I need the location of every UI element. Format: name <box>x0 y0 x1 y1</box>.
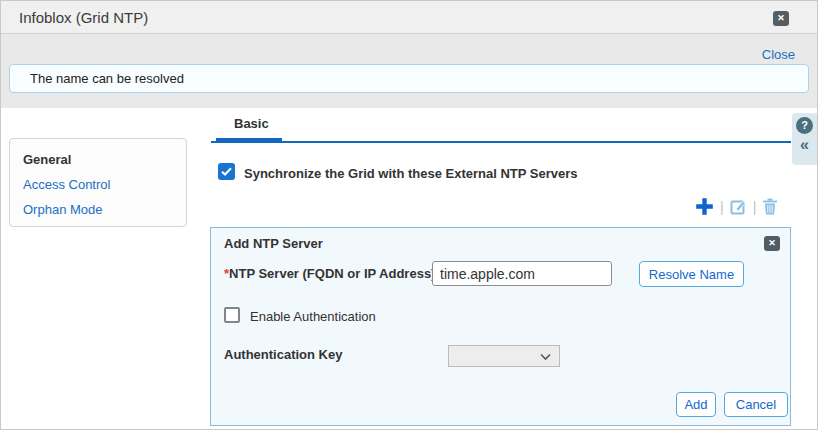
edit-ntp-server-icon[interactable] <box>730 198 747 215</box>
resolve-name-button[interactable]: Resolve Name <box>639 261 744 287</box>
ntp-server-field-label: *NTP Server (FQDN or IP Address) <box>224 266 435 281</box>
delete-ntp-server-icon[interactable] <box>762 198 778 215</box>
collapse-panel-icon[interactable]: « <box>792 136 817 154</box>
add-button[interactable]: Add <box>676 392 716 417</box>
info-message-text: The name can be resolved <box>30 71 184 86</box>
ntp-server-input[interactable] <box>432 261 612 286</box>
enable-authentication-checkbox[interactable] <box>224 307 240 323</box>
enable-authentication-label: Enable Authentication <box>250 309 376 324</box>
settings-sidebar: General Access Control Orphan Mode <box>9 138 187 227</box>
sync-grid-checkbox[interactable] <box>218 163 235 180</box>
edit-icon <box>730 198 747 215</box>
cancel-button[interactable]: Cancel <box>724 392 788 417</box>
status-bar: Close The name can be resolved <box>1 34 817 108</box>
sidebar-item-access-control[interactable]: Access Control <box>23 177 110 192</box>
dialog-title: Infoblox (Grid NTP) <box>19 9 148 26</box>
tab-active-indicator <box>216 138 282 143</box>
authentication-key-label: Authentication Key <box>224 347 342 362</box>
panel-title: Add NTP Server <box>224 236 323 251</box>
sidebar-item-general[interactable]: General <box>23 152 71 167</box>
tab-basic[interactable]: Basic <box>234 116 269 131</box>
ntp-server-label-text: NTP Server (FQDN or IP Address) <box>229 266 435 281</box>
help-icon[interactable]: ? <box>796 117 813 134</box>
title-bar: Infoblox (Grid NTP) ✕ <box>1 1 817 34</box>
tab-underline <box>211 141 791 143</box>
plus-icon <box>695 197 714 216</box>
sidebar-item-orphan-mode[interactable]: Orphan Mode <box>23 202 103 217</box>
grid-ntp-dialog: Infoblox (Grid NTP) ✕ Close The name can… <box>0 0 818 430</box>
help-side-panel: ? « <box>792 113 817 165</box>
toolbar-separator: | <box>753 199 757 215</box>
panel-close-icon[interactable]: ✕ <box>764 236 780 251</box>
info-message-box: The name can be resolved <box>9 64 809 93</box>
add-ntp-server-panel: Add NTP Server ✕ *NTP Server (FQDN or IP… <box>210 227 791 426</box>
add-ntp-server-icon[interactable] <box>695 197 714 216</box>
chevron-down-icon <box>540 353 551 361</box>
dialog-close-icon[interactable]: ✕ <box>773 11 789 26</box>
trash-icon <box>762 198 778 215</box>
close-link[interactable]: Close <box>762 47 795 62</box>
authentication-key-select[interactable] <box>448 345 560 367</box>
toolbar-separator: | <box>720 199 724 215</box>
ntp-server-toolbar: | | <box>695 197 778 216</box>
sync-grid-label: Synchronize the Grid with these External… <box>244 166 578 181</box>
checkmark-icon <box>221 167 232 176</box>
